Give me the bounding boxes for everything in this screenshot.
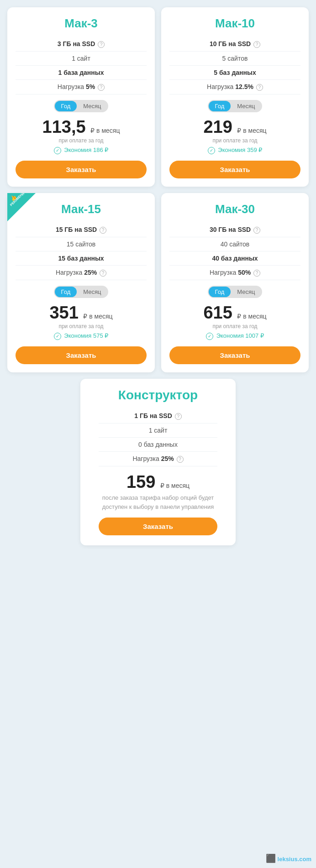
toggle-month-mak15[interactable]: Месяц (77, 287, 107, 297)
storage-info-icon-mak15[interactable]: ? (100, 227, 106, 234)
top-plan-grid: Мак-3 3 ГБ на SSD ? 1 сайт 1 база данных… (7, 7, 309, 187)
load-info-icon-mak3[interactable]: ? (98, 84, 105, 91)
price-mak15: 351 ₽ в месяц (16, 303, 147, 323)
toggle-year-mak15[interactable]: Год (55, 287, 77, 297)
economy-icon-mak15: ✓ (54, 333, 61, 340)
billing-toggle-mak30: Год Месяц (208, 286, 263, 298)
billing-toggle-mak3: Год Месяц (54, 100, 109, 112)
plan-title-mak10: Мак-10 (169, 16, 300, 31)
order-button-constructor[interactable]: Заказать (99, 518, 217, 535)
order-button-mak30[interactable]: Заказать (169, 346, 300, 364)
load-mak15: Нагрузка 25% ? (16, 266, 147, 280)
constructor-price-note: после заказа тарифа набор опций будет до… (99, 493, 217, 511)
load-info-icon-constructor[interactable]: ? (177, 456, 184, 463)
economy-icon-mak3: ✓ (54, 147, 61, 154)
storage-mak15: 15 ГБ на SSD ? (16, 223, 147, 237)
toggle-month-mak3[interactable]: Месяц (77, 101, 107, 111)
plan-card-mak10: Мак-10 10 ГБ на SSD ? 5 сайтов 5 баз дан… (161, 7, 309, 187)
economy-mak3: ✓ Экономия 186 ₽ (16, 146, 147, 154)
order-button-mak3[interactable]: Заказать (16, 161, 147, 178)
economy-mak10: ✓ Экономия 359 ₽ (169, 146, 300, 154)
sites-mak10: 5 сайтов (169, 52, 300, 66)
storage-mak3: 3 ГБ на SSD ? (16, 37, 147, 52)
economy-icon-mak10: ✓ (208, 147, 215, 154)
databases-mak30: 40 баз данных (169, 251, 300, 266)
economy-mak15: ✓ Экономия 575 ₽ (16, 332, 147, 340)
databases-mak15: 15 баз данных (16, 251, 147, 266)
storage-info-icon-mak30[interactable]: ? (253, 227, 260, 234)
price-mak3: 113,5 ₽ в месяц (16, 118, 147, 137)
billing-toggle-mak10: Год Месяц (208, 100, 263, 112)
toggle-month-mak10[interactable]: Месяц (231, 101, 261, 111)
databases-mak10: 5 баз данных (169, 66, 300, 80)
sites-mak15: 15 сайтов (16, 237, 147, 251)
storage-info-icon-constructor[interactable]: ? (175, 413, 182, 420)
price-note-mak30: при оплате за год (169, 323, 300, 329)
toggle-year-mak30[interactable]: Год (209, 287, 231, 297)
load-constructor: Нагрузка 25% ? (99, 452, 217, 466)
databases-mak3: 1 база данных (16, 66, 147, 80)
plan-title-constructor: Конструктор (99, 388, 217, 403)
price-note-mak10: при оплате за год (169, 137, 300, 144)
load-mak10: Нагрузка 12.5% ? (169, 80, 300, 94)
load-mak30: Нагрузка 50% ? (169, 266, 300, 280)
order-button-mak10[interactable]: Заказать (169, 161, 300, 178)
load-info-icon-mak15[interactable]: ? (100, 270, 106, 277)
plan-title-mak30: Мак-30 (169, 202, 300, 216)
billing-toggle-mak15: Год Месяц (54, 286, 109, 298)
load-info-icon-mak30[interactable]: ? (253, 270, 260, 277)
sites-constructor: 1 сайт (99, 424, 217, 438)
economy-mak30: ✓ Экономия 1007 ₽ (169, 332, 300, 340)
storage-info-icon-mak10[interactable]: ? (253, 41, 260, 48)
sites-mak30: 40 сайтов (169, 237, 300, 251)
recommended-badge: 👍 РЕКОМЕНДУЕМ (7, 193, 36, 221)
sites-mak3: 1 сайт (16, 52, 147, 66)
toggle-year-mak10[interactable]: Год (209, 101, 231, 111)
bottom-plan-grid: 👍 РЕКОМЕНДУЕМ Мак-15 15 ГБ на SSD ? 15 с… (7, 193, 309, 372)
plan-title-mak3: Мак-3 (16, 16, 147, 31)
economy-icon-mak30: ✓ (206, 333, 213, 340)
plan-card-constructor: Конструктор 1 ГБ на SSD ? 1 сайт 0 баз д… (80, 379, 236, 545)
load-info-icon-mak10[interactable]: ? (256, 84, 263, 91)
storage-info-icon-mak3[interactable]: ? (98, 41, 105, 48)
price-constructor: 159 ₽ в месяц (99, 473, 217, 492)
databases-constructor: 0 баз данных (99, 438, 217, 452)
plan-card-mak3: Мак-3 3 ГБ на SSD ? 1 сайт 1 база данных… (7, 7, 155, 187)
toggle-year-mak3[interactable]: Год (55, 101, 77, 111)
plan-card-mak15: 👍 РЕКОМЕНДУЕМ Мак-15 15 ГБ на SSD ? 15 с… (7, 193, 155, 372)
toggle-month-mak30[interactable]: Месяц (231, 287, 261, 297)
plan-card-mak30: Мак-30 30 ГБ на SSD ? 40 сайтов 40 баз д… (161, 193, 309, 372)
price-note-mak15: при оплате за год (16, 323, 147, 329)
load-mak3: Нагрузка 5% ? (16, 80, 147, 94)
watermark: ⬛ leksius.com (266, 853, 311, 863)
price-note-mak3: при оплате за год (16, 137, 147, 144)
price-mak30: 615 ₽ в месяц (169, 303, 300, 323)
storage-mak30: 30 ГБ на SSD ? (169, 223, 300, 237)
constructor-wrapper: Конструктор 1 ГБ на SSD ? 1 сайт 0 баз д… (7, 379, 309, 545)
storage-mak10: 10 ГБ на SSD ? (169, 37, 300, 52)
price-mak10: 219 ₽ в месяц (169, 118, 300, 137)
storage-constructor: 1 ГБ на SSD ? (99, 409, 217, 424)
order-button-mak15[interactable]: Заказать (16, 346, 147, 364)
